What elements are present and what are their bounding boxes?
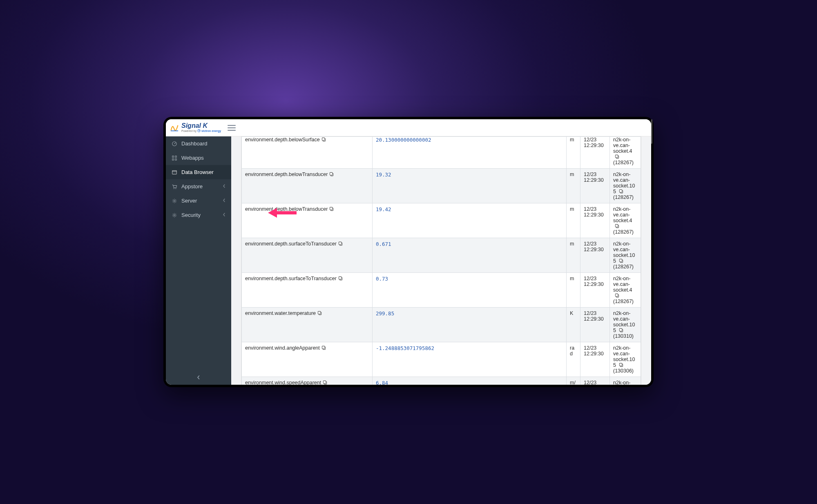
cell-unit: m: [567, 169, 580, 203]
data-table-panel: environment.depth.belowSurface20.1300000…: [241, 136, 641, 385]
source-text: n2k-on-ve.can-socket.4: [613, 137, 632, 154]
svg-rect-16: [330, 172, 333, 175]
sidebar-item-dashboard[interactable]: Dashboard: [166, 136, 231, 151]
cell-timestamp: 12/23 12:29:30: [580, 377, 610, 385]
victron-logo-icon: [197, 129, 201, 133]
cell-value: 19.42: [373, 203, 567, 238]
sidebar-item-label: Appstore: [181, 183, 203, 190]
copy-icon[interactable]: [317, 311, 322, 315]
sidebar-item-security[interactable]: Security: [166, 208, 231, 222]
cell-timestamp: 12/23 12:29:30: [580, 137, 610, 169]
brand-subtitle: Powered by victron energy: [181, 129, 221, 133]
svg-rect-38: [620, 363, 622, 366]
cell-path: environment.depth.belowSurface: [242, 137, 373, 169]
path-text: environment.depth.belowTransducer: [245, 206, 328, 212]
table-row: environment.depth.belowTransducer19.42m1…: [242, 203, 641, 238]
cell-source: n2k-on-ve.can-socket.4 (128267): [610, 137, 641, 169]
cell-path: environment.depth.surfaceToTransducer: [242, 238, 373, 273]
source-text: n2k-on-ve.can-socket.105: [613, 241, 635, 264]
table-row: environment.water.temperature299.85K12/2…: [242, 308, 641, 342]
copy-icon[interactable]: [619, 328, 623, 332]
path-text: environment.wind.speedApparent: [245, 380, 321, 385]
cell-timestamp: 12/23 12:29:30: [580, 169, 610, 203]
svg-rect-22: [615, 224, 618, 227]
copy-icon[interactable]: [619, 259, 623, 263]
copy-icon[interactable]: [321, 137, 326, 142]
cell-timestamp: 12/23 12:29:30: [580, 203, 610, 238]
copy-icon[interactable]: [329, 172, 334, 176]
sidebar-collapse-button[interactable]: [166, 370, 231, 385]
table-row: environment.depth.belowTransducer19.32m1…: [242, 169, 641, 203]
sidebar-item-label: Data Browser: [181, 169, 214, 175]
copy-icon[interactable]: [321, 346, 326, 350]
svg-rect-6: [172, 170, 177, 174]
cell-value: 299.85: [373, 308, 567, 342]
cell-path: environment.water.temperature: [242, 308, 373, 342]
cell-timestamp: 12/23 12:29:30: [580, 342, 610, 377]
copy-icon[interactable]: [619, 189, 623, 194]
path-text: environment.wind.angleApparent: [245, 345, 320, 351]
value-text: -1.2488853071795862: [376, 345, 434, 351]
cell-path: environment.depth.belowTransducer: [242, 203, 373, 238]
cell-source: n2k-on-ve.can-socket.4 (128267): [610, 203, 641, 238]
sidebar-item-webapps[interactable]: Webapps: [166, 151, 231, 165]
value-text: 19.42: [376, 206, 391, 212]
sidebar-item-appstore[interactable]: Appstore: [166, 179, 231, 194]
table-row: environment.depth.surfaceToTransducer0.7…: [242, 273, 641, 308]
cell-path: environment.depth.surfaceToTransducer: [242, 273, 373, 308]
source-text: n2k-on-ve.can-socket.105: [613, 172, 635, 194]
copy-icon[interactable]: [615, 154, 619, 159]
table-row: environment.depth.belowSurface20.1300000…: [242, 137, 641, 169]
cell-timestamp: 12/23 12:29:30: [580, 308, 610, 342]
svg-rect-4: [172, 158, 174, 160]
svg-rect-20: [330, 207, 333, 210]
copy-icon[interactable]: [338, 276, 343, 281]
cell-unit: m: [567, 203, 580, 238]
device-frame: Signal K Powered by victron energy Dashb…: [163, 117, 654, 387]
value-text: 6.84: [376, 380, 388, 385]
source-text: n2k-on-ve.can-socket.4: [613, 276, 632, 293]
path-text: environment.water.temperature: [245, 310, 316, 316]
cart-icon: [172, 184, 177, 190]
copy-icon[interactable]: [619, 363, 623, 367]
svg-rect-34: [620, 328, 622, 331]
svg-rect-40: [324, 381, 326, 383]
source-pgn: (128267): [613, 264, 634, 270]
cell-path: environment.wind.angleApparent: [242, 342, 373, 377]
path-text: environment.depth.belowSurface: [245, 137, 320, 143]
cell-value: -1.2488853071795862: [373, 342, 567, 377]
svg-rect-30: [615, 294, 618, 296]
cell-source: n2k-on-ve.can-socket.4 (128267): [610, 273, 641, 308]
cell-source: n2k-on-ve.can-socket.105 (130306): [610, 377, 641, 385]
cell-unit: m: [567, 238, 580, 273]
sidebar-item-label: Webapps: [181, 155, 204, 161]
copy-icon[interactable]: [329, 207, 334, 211]
gear-icon: [172, 198, 177, 204]
value-text: 0.671: [376, 241, 391, 247]
sidebar-item-server[interactable]: Server: [166, 194, 231, 208]
source-pgn: (130310): [613, 333, 634, 339]
svg-point-10: [174, 214, 175, 216]
chevron-left-icon: [223, 213, 225, 217]
source-pgn: (130306): [613, 368, 634, 374]
value-text: 299.85: [376, 310, 394, 317]
copy-icon[interactable]: [323, 380, 327, 385]
data-table: environment.depth.belowSurface20.1300000…: [241, 136, 641, 385]
svg-rect-3: [175, 156, 177, 157]
signalk-logo-icon: [170, 123, 179, 132]
sidebar-item-label: Server: [181, 198, 197, 204]
copy-icon[interactable]: [615, 293, 619, 298]
chevron-left-icon: [196, 375, 201, 381]
cell-source: n2k-on-ve.can-socket.105 (130306): [610, 342, 641, 377]
svg-rect-2: [172, 156, 174, 157]
svg-rect-26: [620, 259, 622, 261]
copy-icon[interactable]: [338, 241, 343, 246]
copy-icon[interactable]: [615, 224, 619, 228]
main-content: environment.depth.belowSurface20.1300000…: [231, 136, 651, 385]
path-text: environment.depth.surfaceToTransducer: [245, 241, 337, 247]
cell-unit: m: [567, 273, 580, 308]
sidebar-item-data-browser[interactable]: Data Browser: [166, 165, 231, 179]
cell-unit: m: [567, 137, 580, 169]
menu-toggle-button[interactable]: [228, 125, 236, 131]
path-text: environment.depth.belowTransducer: [245, 172, 328, 177]
